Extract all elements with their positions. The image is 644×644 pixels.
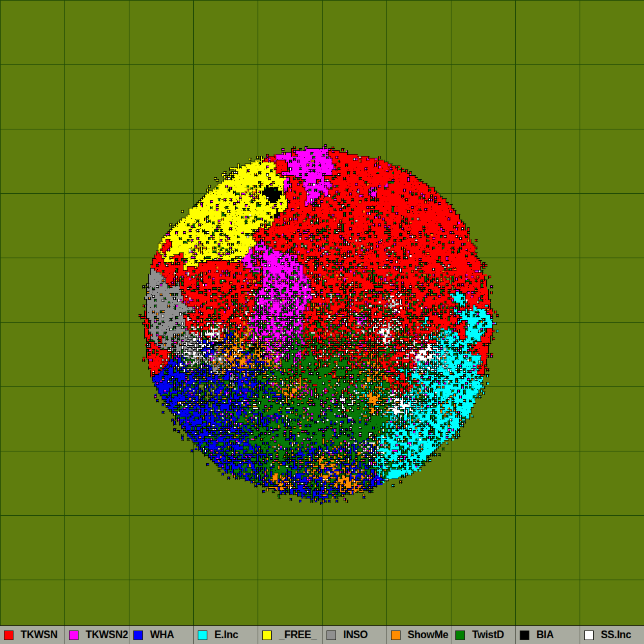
legend-faction-label: _FREE_ — [279, 629, 317, 641]
legend-item-einc: E.Inc — [193, 626, 258, 644]
legend-item-tkwsn2: TKWSN2 — [64, 626, 129, 644]
faction-legend-bar: TKWSNTKWSN2WHAE.Inc_FREE_INSOShowMeTwist… — [0, 625, 644, 644]
legend-faction-label: TwistD — [472, 629, 504, 641]
legend-color-swatch — [198, 630, 207, 640]
legend-faction-label: WHA — [150, 629, 174, 641]
legend-item-tkwsn: TKWSN — [0, 626, 64, 644]
legend-faction-label: E.Inc — [214, 629, 238, 641]
legend-faction-label: ShowMe — [408, 629, 448, 641]
legend-item-wha: WHA — [129, 626, 193, 644]
legend-color-swatch — [327, 630, 336, 640]
legend-item-free: _FREE_ — [258, 626, 322, 644]
legend-color-swatch — [520, 630, 529, 640]
legend-faction-label: BIA — [536, 629, 554, 641]
legend-item-twistd: TwistD — [451, 626, 515, 644]
legend-color-swatch — [4, 630, 14, 640]
legend-color-swatch — [69, 630, 79, 640]
legend-faction-label: SS.Inc — [601, 629, 631, 641]
game-territory-map-screen: TKWSNTKWSN2WHAE.Inc_FREE_INSOShowMeTwist… — [0, 0, 644, 644]
legend-faction-label: TKWSN — [21, 629, 57, 641]
legend-item-inso: INSO — [322, 626, 386, 644]
legend-color-swatch — [584, 630, 594, 640]
legend-color-swatch — [262, 630, 272, 640]
legend-faction-label: INSO — [343, 629, 368, 641]
territory-map-canvas — [0, 0, 644, 644]
legend-color-swatch — [133, 630, 143, 640]
legend-item-bia: BIA — [515, 626, 580, 644]
legend-faction-label: TKWSN2 — [86, 629, 128, 641]
legend-item-ssinc: SS.Inc — [580, 626, 644, 644]
legend-color-swatch — [455, 630, 465, 640]
legend-item-showme: ShowMe — [386, 626, 451, 644]
legend-color-swatch — [391, 630, 401, 640]
